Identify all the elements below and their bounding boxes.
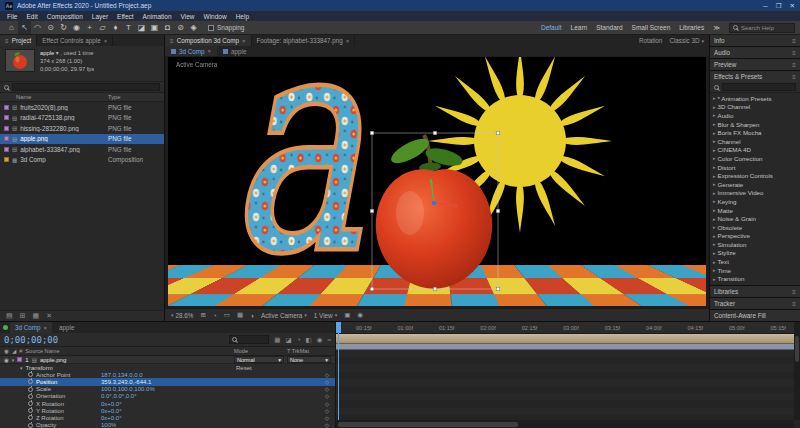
- close-icon[interactable]: ×: [208, 48, 212, 54]
- effects-category[interactable]: ▸Distort: [710, 163, 800, 172]
- channels-icon[interactable]: ◑: [250, 312, 254, 319]
- twirl-icon[interactable]: ▸: [713, 250, 716, 256]
- column-number[interactable]: #: [19, 348, 22, 354]
- hand-tool-icon[interactable]: ◠: [31, 21, 44, 34]
- menu-effect[interactable]: Effect: [117, 13, 134, 20]
- transparency-grid-icon[interactable]: ▦: [237, 311, 243, 319]
- stopwatch-icon[interactable]: [28, 408, 33, 413]
- comp-canvas[interactable]: Active Camera: [168, 57, 706, 306]
- label-color-chip[interactable]: [4, 126, 9, 131]
- orbit-camera-tool-icon[interactable]: ↻: [57, 21, 70, 34]
- property-value[interactable]: 0.0°,0.0°,0.0°: [101, 393, 137, 399]
- home-tool-icon[interactable]: ⌂: [5, 21, 18, 34]
- close-button[interactable]: ✕: [790, 2, 795, 10]
- property-value[interactable]: 187.0,134.0,0.0: [101, 372, 143, 378]
- twirl-icon[interactable]: ▸: [713, 241, 716, 247]
- column-mode[interactable]: Mode: [234, 348, 284, 354]
- renderer-button[interactable]: Classic 3D ▾: [669, 37, 704, 44]
- add-keyframe-icon[interactable]: ◇: [325, 422, 329, 428]
- menu-edit[interactable]: Edit: [26, 13, 37, 20]
- twirl-icon[interactable]: ▸: [713, 267, 716, 273]
- comp-mini-flowchart-icon[interactable]: ▦: [274, 336, 280, 344]
- panel-libraries[interactable]: Libraries ≡: [710, 286, 800, 297]
- workspace-libraries[interactable]: Libraries: [679, 24, 704, 31]
- frame-blending-icon[interactable]: ◧: [306, 336, 312, 344]
- effects-search-field[interactable]: [722, 83, 796, 91]
- panel-content-aware-fill[interactable]: Content-Aware Fill: [710, 310, 800, 321]
- subtab-apple[interactable]: apple: [217, 46, 252, 56]
- tab-effect-controls[interactable]: Effect Controls apple ×: [37, 35, 113, 46]
- effects-category[interactable]: ▸Channel: [710, 137, 800, 146]
- twirl-icon[interactable]: ▸: [713, 224, 716, 230]
- project-item-row[interactable]: ▤hissing-2832280.pngPNG file: [0, 123, 164, 134]
- stopwatch-icon[interactable]: [28, 387, 33, 392]
- close-icon[interactable]: ×: [242, 38, 246, 44]
- label-color-chip[interactable]: [4, 136, 9, 141]
- timeline-horizontal-scrollbar[interactable]: [336, 420, 794, 428]
- menu-file[interactable]: File: [7, 13, 17, 20]
- stopwatch-icon[interactable]: [28, 401, 33, 406]
- new-folder-icon[interactable]: ⊞: [20, 312, 26, 320]
- property-row-anchor-point[interactable]: Anchor Point 187.0,134.0,0.0 ◇: [0, 371, 335, 378]
- add-keyframe-icon[interactable]: ◇: [325, 415, 329, 421]
- work-area-bar[interactable]: [336, 334, 794, 344]
- stopwatch-icon[interactable]: [28, 423, 33, 428]
- project-item-row[interactable]: ▤radial-4725138.pngPNG file: [0, 113, 164, 124]
- close-icon[interactable]: ×: [104, 38, 108, 44]
- property-value[interactable]: 0x+0.0°: [101, 415, 122, 421]
- project-item-row-selected[interactable]: ▤apple.pngPNG file: [0, 134, 164, 145]
- effects-category[interactable]: ▸Immersive Video: [710, 189, 800, 198]
- brush-tool-icon[interactable]: ◪: [135, 21, 148, 34]
- panel-preview[interactable]: Preview ≡: [710, 59, 800, 70]
- twirl-icon[interactable]: ▸: [713, 198, 716, 204]
- stopwatch-icon[interactable]: [28, 415, 33, 420]
- layer-label-chip[interactable]: [17, 357, 22, 362]
- shape-tool-icon[interactable]: ▱: [96, 21, 109, 34]
- add-keyframe-icon[interactable]: ◇: [325, 408, 329, 414]
- scrollbar-thumb[interactable]: [338, 422, 518, 427]
- track-matte-dropdown[interactable]: None ▾: [287, 356, 331, 363]
- comp-viewport[interactable]: Active Camera: [165, 56, 709, 308]
- twirl-down-icon[interactable]: ▾: [12, 357, 15, 363]
- property-row-orientation[interactable]: Orientation 0.0°,0.0°,0.0° ◇: [0, 393, 335, 400]
- add-keyframe-icon[interactable]: ◇: [325, 393, 329, 399]
- workspace-small-screen[interactable]: Small Screen: [632, 24, 671, 31]
- project-search-input[interactable]: [13, 84, 159, 90]
- graph-editor-icon[interactable]: ≈: [327, 336, 331, 343]
- effects-category[interactable]: ▸Simulation: [710, 240, 800, 249]
- twirl-icon[interactable]: ▸: [713, 164, 716, 170]
- property-row-scale[interactable]: Scale 100.0,100.0,100.0% ◇: [0, 386, 335, 393]
- menu-animation[interactable]: Animation: [143, 13, 172, 20]
- effects-category[interactable]: ▸Boris FX Mocha: [710, 128, 800, 137]
- add-keyframe-icon[interactable]: ◇: [325, 401, 329, 407]
- property-value[interactable]: 0x+0.0°: [101, 401, 122, 407]
- effects-category[interactable]: ▸Blur & Sharpen: [710, 120, 800, 129]
- tab-project[interactable]: ≡ Project: [0, 35, 37, 46]
- interpret-footage-icon[interactable]: ▤: [6, 312, 13, 320]
- timeline-tab-apple[interactable]: apple: [54, 322, 79, 333]
- twirl-down-icon[interactable]: ▾: [20, 365, 23, 371]
- twirl-icon[interactable]: ▸: [713, 233, 716, 239]
- camera-view-dropdown[interactable]: Active Camera ▾: [261, 312, 307, 319]
- help-search[interactable]: [729, 23, 795, 33]
- menu-help[interactable]: Help: [236, 13, 249, 20]
- tab-footage[interactable]: Footage: alphabet-333847.png ×: [252, 35, 356, 46]
- panel-tracker[interactable]: Tracker ≡: [710, 298, 800, 309]
- fast-previews-icon[interactable]: ◉: [357, 311, 363, 319]
- motion-blur-icon[interactable]: ◉: [317, 336, 323, 344]
- panel-menu-icon[interactable]: ≡: [5, 37, 9, 44]
- add-keyframe-icon[interactable]: ◇: [325, 386, 329, 392]
- menu-layer[interactable]: Layer: [92, 13, 108, 20]
- minimize-button[interactable]: ─: [763, 2, 768, 10]
- effects-category[interactable]: ▸* Animation Presets: [710, 94, 800, 103]
- panel-menu-icon[interactable]: ≡: [792, 49, 796, 56]
- draft-3d-icon[interactable]: ◪: [286, 336, 292, 344]
- column-type[interactable]: Type: [108, 94, 160, 100]
- view-layout-dropdown[interactable]: 1 View ▾: [314, 312, 337, 319]
- hide-shy-layers-icon[interactable]: ◔: [297, 336, 301, 343]
- type-tool-icon[interactable]: T: [122, 21, 135, 34]
- effects-category[interactable]: ▸Text: [710, 257, 800, 266]
- scrollbar-thumb[interactable]: [795, 336, 799, 362]
- clone-stamp-tool-icon[interactable]: ▣: [148, 21, 161, 34]
- menu-view[interactable]: View: [181, 13, 195, 20]
